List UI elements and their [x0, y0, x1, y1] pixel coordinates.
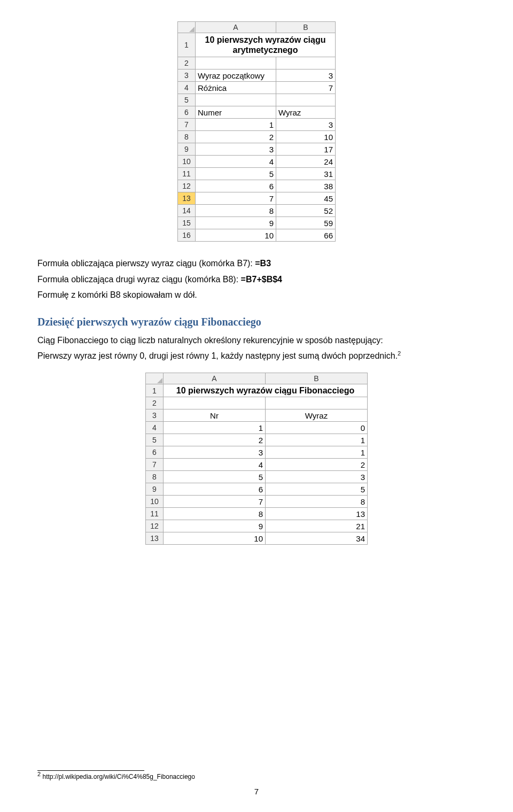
row-header: 3	[146, 409, 164, 422]
formula-b7: =B3	[255, 259, 271, 268]
table-row: 2	[178, 57, 336, 69]
cell: 5	[164, 471, 266, 483]
cell	[266, 397, 368, 409]
row-header: 5	[178, 94, 196, 106]
table-row: 11813	[146, 508, 368, 520]
cell: 0	[266, 422, 368, 434]
cell: 1	[266, 434, 368, 446]
table-row: 4Różnica7	[178, 82, 336, 94]
row-header: 1	[146, 384, 164, 397]
row-header: 15	[178, 217, 196, 229]
cell: 10	[276, 131, 336, 143]
cell: 3	[266, 471, 368, 483]
footnote-ref: 2	[398, 350, 401, 357]
table-row: 410	[146, 422, 368, 434]
row-header: 10	[146, 496, 164, 508]
table-row: 3Wyraz początkowy3	[178, 69, 336, 82]
cell: 2	[196, 131, 276, 143]
row-header: 9	[146, 483, 164, 496]
spreadsheet-2: AB110 pierwszych wyrazów ciągu Fibonacci…	[145, 373, 368, 545]
table-row: 110 pierwszych wyrazów ciągu Fibonaccieg…	[146, 384, 368, 397]
cell	[164, 397, 266, 409]
row-header: 8	[146, 471, 164, 483]
svg-marker-0	[189, 27, 195, 32]
row-header: 7	[178, 119, 196, 131]
svg-marker-1	[157, 378, 162, 383]
formula-b8: =B7+$B$4	[241, 275, 282, 284]
table-row: 742	[146, 459, 368, 471]
table-row: 521	[146, 434, 368, 446]
cell: 66	[276, 229, 336, 242]
merged-title-cell: 10 pierwszych wyrazów ciągu Fibonacciego	[164, 384, 368, 397]
paragraph-formula-b7: Formuła obliczająca pierwszy wyraz ciągu…	[37, 258, 476, 269]
cell: 3	[276, 119, 336, 131]
cell: 6	[196, 180, 276, 192]
table-row: 13745	[178, 192, 336, 205]
row-header: 9	[178, 143, 196, 156]
row-header: 10	[178, 156, 196, 168]
table-row: 12638	[178, 180, 336, 192]
cell: 4	[164, 459, 266, 471]
footnote: 2 http://pl.wikipedia.org/wiki/Ci%C4%85g…	[37, 773, 476, 780]
table-row: 631	[146, 446, 368, 459]
cell: Różnica	[196, 82, 276, 94]
cell: 59	[276, 217, 336, 229]
row-header: 4	[178, 82, 196, 94]
row-header: 11	[178, 168, 196, 180]
cell: 24	[276, 156, 336, 168]
table-row: 6NumerWyraz	[178, 106, 336, 119]
table-row: 3NrWyraz	[146, 409, 368, 422]
row-header: 2	[178, 57, 196, 69]
column-header-a: A	[196, 22, 276, 33]
cell: 7	[164, 496, 266, 508]
cell: 1	[164, 422, 266, 434]
row-header: 5	[146, 434, 164, 446]
row-header: 13	[178, 192, 196, 205]
section-heading-fibonacci: Dziesięć pierwszych wyrazów ciągu Fibona…	[37, 316, 476, 328]
cell: Wyraz	[266, 409, 368, 422]
cell: 21	[266, 520, 368, 532]
table-row: 1078	[146, 496, 368, 508]
cell: 2	[164, 434, 266, 446]
cell: 3	[164, 446, 266, 459]
page: AB110 pierwszych wyrazów ciągu arytmetyc…	[0, 0, 513, 812]
row-header: 8	[178, 131, 196, 143]
cell	[196, 57, 276, 69]
cell: 17	[276, 143, 336, 156]
cell: 2	[266, 459, 368, 471]
select-all-corner	[178, 22, 196, 33]
column-header-b: B	[276, 22, 336, 33]
cell: 13	[266, 508, 368, 520]
spreadsheet-2-wrap: AB110 pierwszych wyrazów ciągu Fibonacci…	[37, 373, 476, 545]
row-header: 6	[178, 106, 196, 119]
cell: 7	[276, 82, 336, 94]
cell: Wyraz początkowy	[196, 69, 276, 82]
cell: Wyraz	[276, 106, 336, 119]
row-header: 12	[146, 520, 164, 532]
footnote-link: http://pl.wikipedia.org/wiki/Ci%C4%85g_F…	[42, 773, 195, 780]
formula-b7-prefix: Formuła obliczająca pierwszy wyraz ciągu…	[37, 259, 255, 268]
table-row: 713	[178, 119, 336, 131]
cell: 10	[196, 229, 276, 242]
spreadsheet-1-wrap: AB110 pierwszych wyrazów ciągu arytmetyc…	[37, 21, 476, 242]
row-header: 7	[146, 459, 164, 471]
row-header: 6	[146, 446, 164, 459]
cell: 10	[164, 532, 266, 545]
table-row: 965	[146, 483, 368, 496]
cell	[196, 94, 276, 106]
paragraph-copy-down: Formułę z komórki B8 skopiowałam w dół.	[37, 289, 476, 301]
table-row: 12921	[146, 520, 368, 532]
formula-b8-prefix: Formuła obliczająca drugi wyraz ciągu (k…	[37, 275, 241, 284]
cell: 6	[164, 483, 266, 496]
cell	[276, 57, 336, 69]
page-footer: 2 http://pl.wikipedia.org/wiki/Ci%C4%85g…	[37, 770, 476, 796]
cell: 4	[196, 156, 276, 168]
row-header: 11	[146, 508, 164, 520]
column-header-b: B	[266, 373, 368, 384]
cell: 34	[266, 532, 368, 545]
row-header: 4	[146, 422, 164, 434]
cell: 52	[276, 205, 336, 217]
cell: 1	[266, 446, 368, 459]
fib-rule-text: Pierwszy wyraz jest równy 0, drugi jest …	[37, 351, 398, 360]
table-row: 11531	[178, 168, 336, 180]
